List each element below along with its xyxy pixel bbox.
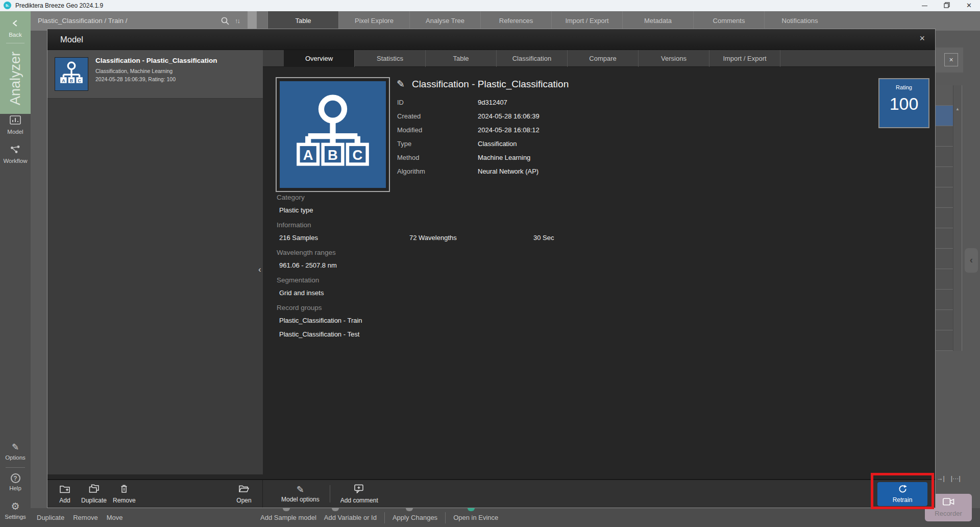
mode-label: Analyzer bbox=[0, 46, 31, 111]
open-button[interactable]: Open bbox=[234, 484, 254, 504]
sidebar-item-options[interactable]: ✎ Options bbox=[0, 442, 31, 461]
add-button[interactable]: Add bbox=[55, 484, 75, 504]
classification-tree-icon: A B C bbox=[280, 81, 386, 188]
table-cell[interactable] bbox=[936, 147, 953, 167]
svg-text:A: A bbox=[62, 78, 65, 83]
detail-row: Modified2024-05-28 16:08:12 bbox=[397, 126, 540, 140]
model-options-button[interactable]: ✎ Model options bbox=[281, 485, 320, 503]
trash-icon bbox=[119, 484, 129, 495]
table-selected-cell[interactable] bbox=[936, 106, 953, 126]
tab-statistics[interactable]: Statistics bbox=[355, 50, 426, 67]
sidebar: Back Analyzer Model Workflow ✎ Options ?… bbox=[0, 11, 31, 527]
duplicate-action[interactable]: Duplicate bbox=[37, 508, 64, 527]
model-details: ID9d312407 Created2024-05-28 16:06:39 Mo… bbox=[397, 99, 540, 181]
list-collapse-handle[interactable]: ‹ bbox=[258, 265, 261, 275]
pencil-icon: ✎ bbox=[297, 485, 304, 494]
divider bbox=[6, 43, 24, 43]
fit-width-icon[interactable]: |···| bbox=[951, 475, 961, 482]
gear-icon: ⚙ bbox=[11, 501, 19, 512]
tab-pixel-explore[interactable]: Pixel Explore bbox=[338, 11, 409, 31]
minimize-icon[interactable] bbox=[922, 6, 927, 6]
table-cell[interactable] bbox=[936, 290, 953, 310]
svg-text:C: C bbox=[78, 78, 81, 83]
tab-notifications[interactable]: Notifications bbox=[764, 11, 835, 31]
model-list: A B C Classification - Plastic_Classific… bbox=[47, 50, 263, 474]
model-item-meta: 2024-05-28 16:06:39, Rating: 100 bbox=[95, 76, 176, 82]
table-cell[interactable] bbox=[936, 187, 953, 208]
tab-references[interactable]: References bbox=[480, 11, 551, 31]
breadcrumb[interactable]: Plastic_Classification / Train / bbox=[38, 11, 128, 31]
nav-splitter[interactable] bbox=[248, 11, 257, 31]
scroll-up-icon[interactable]: ▲ bbox=[953, 107, 962, 111]
model-list-item-selected[interactable]: A B C Classification - Plastic_Classific… bbox=[47, 50, 263, 99]
tab-import-export[interactable]: Import / Export bbox=[709, 50, 780, 67]
restore-icon[interactable] bbox=[944, 1, 950, 10]
duplicate-button[interactable]: Duplicate bbox=[81, 484, 107, 504]
window-controls: ✕ bbox=[922, 0, 980, 11]
tab-table[interactable]: Table bbox=[267, 11, 338, 31]
add-sample-model-action[interactable]: Add Sample model bbox=[260, 514, 316, 521]
tab-comments[interactable]: Comments bbox=[693, 11, 764, 31]
workflow-nodes-icon bbox=[10, 145, 20, 156]
tab-versions[interactable]: Versions bbox=[639, 50, 709, 67]
remove-action[interactable]: Remove bbox=[73, 508, 97, 527]
back-button[interactable]: Back bbox=[0, 32, 31, 38]
table-cell[interactable] bbox=[936, 249, 953, 269]
scrollbar[interactable]: ▲ bbox=[953, 85, 962, 351]
search-icon[interactable] bbox=[220, 16, 230, 28]
divider bbox=[6, 467, 25, 468]
wavelengths-value: 72 Wavelengths bbox=[409, 234, 533, 242]
sort-icon[interactable]: ↑↓ bbox=[235, 11, 239, 31]
model-dialog: Model × A B C Cl bbox=[47, 29, 936, 508]
tab-metadata[interactable]: Metadata bbox=[622, 11, 693, 31]
section-segmentation: Segmentation Grid and insets bbox=[277, 276, 838, 297]
sidebar-item-model[interactable]: Model bbox=[0, 115, 31, 135]
add-variable-action[interactable]: Add Variable or Id bbox=[324, 514, 377, 521]
close-dialog-icon[interactable]: × bbox=[919, 33, 925, 44]
model-item-subtitle: Classification, Machine Learning bbox=[95, 68, 173, 74]
arrow-to-bar-icon[interactable]: →| bbox=[937, 475, 945, 482]
help-icon: ? bbox=[11, 473, 20, 483]
section-information: Information 216 Samples 72 Wavelengths 3… bbox=[277, 221, 838, 242]
tab-compare[interactable]: Compare bbox=[568, 50, 639, 67]
table-cell[interactable] bbox=[936, 310, 953, 330]
background-panel: × bbox=[936, 47, 963, 73]
table-cell[interactable] bbox=[936, 228, 953, 249]
sidebar-item-settings[interactable]: ⚙ Settings bbox=[0, 501, 31, 520]
svg-text:A: A bbox=[303, 147, 313, 163]
sidebar-item-workflow[interactable]: Workflow bbox=[0, 145, 31, 164]
top-nav: Plastic_Classification / Train / ↑↓ Tabl… bbox=[31, 11, 980, 31]
close-panel-icon[interactable]: × bbox=[944, 53, 958, 66]
classification-model-icon: A B C bbox=[55, 57, 88, 91]
edit-title-icon[interactable]: ✎ bbox=[397, 78, 405, 90]
table-cell[interactable] bbox=[936, 330, 953, 351]
titlebar: b. Prediktera Breeze Geo 2024.1.9 ✕ bbox=[0, 0, 980, 11]
tab-overview[interactable]: Overview bbox=[284, 50, 355, 67]
dock-icons: →| |···| bbox=[937, 475, 961, 482]
background-table-column bbox=[935, 85, 953, 351]
tab-classification[interactable]: Classification bbox=[497, 50, 568, 67]
annotation-highlight-box bbox=[871, 473, 934, 509]
remove-button[interactable]: Remove bbox=[113, 484, 136, 504]
open-in-evince-action[interactable]: Open in Evince bbox=[453, 514, 498, 521]
tab-import-export[interactable]: Import / Export bbox=[551, 11, 622, 31]
apply-changes-action[interactable]: Apply Changes bbox=[393, 514, 437, 521]
close-window-icon[interactable]: ✕ bbox=[966, 0, 972, 11]
sidebar-item-help[interactable]: ? Help bbox=[0, 473, 31, 491]
move-action[interactable]: Move bbox=[107, 508, 123, 527]
overview-sections: Category Plastic type Information 216 Sa… bbox=[277, 194, 838, 344]
table-cell[interactable] bbox=[936, 269, 953, 290]
open-folder-icon bbox=[239, 484, 249, 495]
time-value: 30 Sec bbox=[533, 234, 554, 242]
dialog-title: Model bbox=[60, 29, 83, 50]
tab-analyse-tree[interactable]: Analyse Tree bbox=[409, 11, 480, 31]
add-comment-button[interactable]: Add comment bbox=[340, 484, 378, 504]
table-cell[interactable] bbox=[936, 167, 953, 187]
samples-value: 216 Samples bbox=[279, 234, 409, 242]
table-cell[interactable] bbox=[936, 126, 953, 147]
back-chevron-icon[interactable] bbox=[12, 19, 18, 29]
panel-collapse-handle[interactable]: ‹ bbox=[965, 248, 978, 273]
tab-table[interactable]: Table bbox=[426, 50, 497, 67]
svg-text:C: C bbox=[352, 147, 362, 163]
table-cell[interactable] bbox=[936, 208, 953, 228]
